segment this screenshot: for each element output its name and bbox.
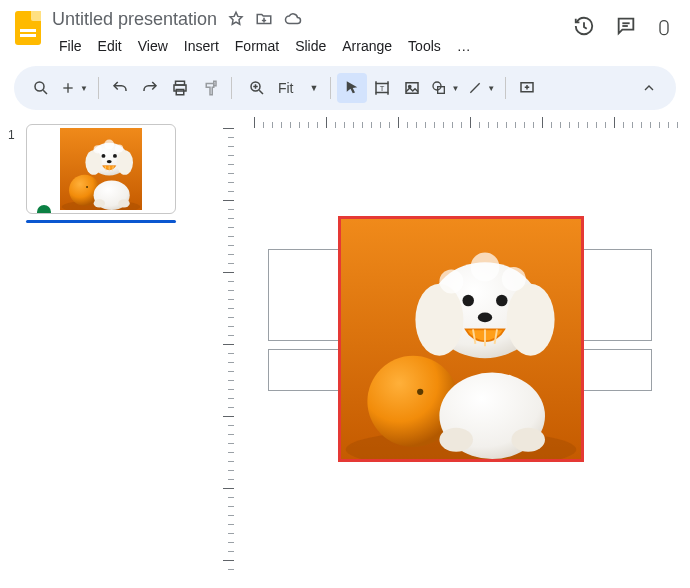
textbox-tool[interactable]: T <box>367 73 397 103</box>
thumbnail-selection-underline <box>26 220 176 223</box>
svg-rect-38 <box>406 83 418 94</box>
menu-tools[interactable]: Tools <box>401 34 448 58</box>
vertical-ruler[interactable] <box>216 128 234 588</box>
svg-line-22 <box>43 90 47 94</box>
slides-logo[interactable] <box>8 8 48 48</box>
zoom-level-label[interactable]: Fit <box>272 80 310 96</box>
history-icon[interactable] <box>572 14 596 38</box>
move-icon[interactable] <box>255 10 273 28</box>
app-header: Untitled presentation File Edit View Ins… <box>0 0 690 58</box>
thumbnail-indicator <box>37 205 51 214</box>
thumbnail-image <box>60 128 142 210</box>
slide-canvas[interactable] <box>210 110 690 588</box>
workspace: 1 <box>0 110 690 588</box>
chevron-down-icon: ▼ <box>451 84 459 93</box>
zoom-control[interactable]: Fit ▼ <box>242 73 324 103</box>
zoom-icon[interactable] <box>242 73 272 103</box>
menu-edit[interactable]: Edit <box>91 34 129 58</box>
notifications-icon[interactable] <box>656 14 672 38</box>
menu-view[interactable]: View <box>131 34 175 58</box>
cloud-status-icon[interactable] <box>283 10 303 28</box>
image-tool[interactable] <box>397 73 427 103</box>
svg-line-29 <box>259 90 263 94</box>
svg-text:T: T <box>380 84 385 93</box>
svg-line-42 <box>471 83 480 92</box>
print-button[interactable] <box>165 73 195 103</box>
menu-overflow[interactable]: … <box>450 34 478 58</box>
toolbar-separator <box>98 77 99 99</box>
menu-insert[interactable]: Insert <box>177 34 226 58</box>
menu-file[interactable]: File <box>52 34 89 58</box>
paint-format-button[interactable] <box>195 73 225 103</box>
image-content <box>341 219 581 459</box>
search-tool[interactable] <box>26 73 56 103</box>
menu-slide[interactable]: Slide <box>288 34 333 58</box>
new-slide-button[interactable]: ▼ <box>56 73 92 103</box>
slide-thumbnail[interactable] <box>26 124 176 214</box>
horizontal-ruler[interactable] <box>234 110 690 128</box>
shape-tool[interactable]: ▼ <box>427 73 463 103</box>
redo-button[interactable] <box>135 73 165 103</box>
slide-panel[interactable]: 1 <box>0 110 210 588</box>
menu-format[interactable]: Format <box>228 34 286 58</box>
selected-image[interactable] <box>338 216 584 462</box>
collapse-toolbar-button[interactable] <box>634 73 664 103</box>
chevron-down-icon: ▼ <box>80 84 88 93</box>
toolbar: ▼ Fit ▼ T ▼ ▼ <box>14 66 676 110</box>
add-comment-tool[interactable] <box>512 73 542 103</box>
toolbar-separator <box>505 77 506 99</box>
toolbar-separator <box>231 77 232 99</box>
star-icon[interactable] <box>227 10 245 28</box>
line-tool[interactable]: ▼ <box>463 73 499 103</box>
chevron-down-icon[interactable]: ▼ <box>309 83 324 93</box>
menu-bar: File Edit View Insert Format Slide Arran… <box>52 34 572 58</box>
thumbnail-number: 1 <box>8 124 18 142</box>
select-tool[interactable] <box>337 73 367 103</box>
document-title[interactable]: Untitled presentation <box>52 9 217 30</box>
comments-icon[interactable] <box>614 14 638 38</box>
undo-button[interactable] <box>105 73 135 103</box>
chevron-down-icon: ▼ <box>487 84 495 93</box>
menu-arrange[interactable]: Arrange <box>335 34 399 58</box>
svg-point-21 <box>35 82 44 91</box>
toolbar-separator <box>330 77 331 99</box>
